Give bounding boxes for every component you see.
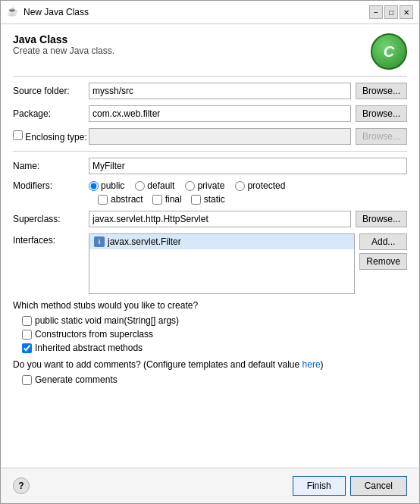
interfaces-list: i javax.servlet.Filter [89,233,355,294]
add-interface-button[interactable]: Add... [359,233,407,250]
radio-public-label: public [101,180,124,191]
source-folder-row: Source folder: Browse... [13,83,407,99]
constructors-checkbox-label[interactable]: Constructors from superclass [22,329,407,340]
superclass-row: Superclass: Browse... [13,211,407,227]
here-link[interactable]: here [302,359,321,370]
dialog-content: Java Class Create a new Java class. C So… [1,24,419,468]
modifier-checks-row: abstract final static [13,194,407,205]
dialog-footer: ? Finish Cancel [1,468,419,503]
comments-question-end: ) [321,359,324,370]
radio-default-label: default [147,180,174,191]
abstract-label: abstract [111,194,143,205]
enclosing-type-row: Enclosing type: Browse... [13,128,407,145]
radio-public-input[interactable] [89,181,99,191]
radio-default-input[interactable] [135,181,145,191]
help-button[interactable]: ? [13,477,30,494]
footer-right: Finish Cancel [293,476,407,496]
modifiers-radio-group: public default private protected [89,180,285,191]
inherited-label: Inherited abstract methods [35,343,143,353]
main-method-checkbox-label[interactable]: public static void main(String[] args) [22,315,407,326]
generate-comments-label: Generate comments [35,374,118,385]
interface-item[interactable]: i javax.servlet.Filter [89,234,354,249]
stubs-section: Which method stubs would you like to cre… [13,300,407,353]
radio-protected-label: protected [247,180,285,191]
static-checkbox-label[interactable]: static [191,194,225,205]
final-label: final [165,194,182,205]
enclosing-type-checkbox[interactable] [13,130,23,140]
inherited-checkbox[interactable] [22,343,32,353]
final-checkbox[interactable] [152,195,162,205]
enclosing-type-browse-button[interactable]: Browse... [356,128,407,145]
section-divider [13,151,407,152]
superclass-browse-button[interactable]: Browse... [356,211,407,227]
title-bar-left: ☕ New Java Class [7,6,89,18]
source-folder-label: Source folder: [13,86,89,96]
generate-comments-checkbox-label[interactable]: Generate comments [22,374,407,385]
generate-comments-checkbox[interactable] [22,375,32,385]
name-label: Name: [13,161,89,171]
package-input[interactable] [89,105,351,122]
comments-question: Do you want to add comments? (Configure … [13,359,407,370]
radio-protected[interactable]: protected [235,180,285,191]
interface-icon: i [94,236,105,247]
inherited-checkbox-label[interactable]: Inherited abstract methods [22,343,407,353]
name-input[interactable] [89,158,407,174]
superclass-input[interactable] [89,211,351,227]
interface-buttons: Add... Remove [359,233,407,270]
comments-section: Do you want to add comments? (Configure … [13,359,407,385]
java-icon: ☕ [7,6,19,18]
name-row: Name: [13,158,407,174]
superclass-label: Superclass: [13,214,89,224]
interface-item-name: javax.servlet.Filter [108,236,181,247]
static-label: static [204,194,225,205]
section-title: Java Class [13,33,114,45]
static-checkbox[interactable] [191,195,201,205]
package-row: Package: Browse... [13,105,407,122]
main-method-checkbox[interactable] [22,316,32,326]
radio-private[interactable]: private [185,180,224,191]
package-browse-button[interactable]: Browse... [356,105,407,122]
close-button[interactable]: ✕ [400,5,413,19]
source-folder-input[interactable] [89,83,351,99]
stubs-list: public static void main(String[] args) C… [13,315,407,353]
remove-interface-button[interactable]: Remove [359,253,407,270]
enclosing-type-label: Enclosing type: [13,130,89,142]
comments-list: Generate comments [13,374,407,385]
header-divider [13,76,407,77]
source-folder-browse-button[interactable]: Browse... [356,83,407,99]
interfaces-row: Interfaces: i javax.servlet.Filter Add..… [13,233,407,294]
finish-button[interactable]: Finish [293,476,346,496]
interfaces-label: Interfaces: [13,233,89,246]
radio-default[interactable]: default [135,180,174,191]
radio-protected-input[interactable] [235,181,245,191]
cancel-button[interactable]: Cancel [350,476,407,496]
package-label: Package: [13,108,89,119]
footer-left: ? [13,477,30,494]
comments-question-text: Do you want to add comments? (Configure … [13,359,302,370]
enclosing-type-input[interactable] [89,128,351,145]
abstract-checkbox-label[interactable]: abstract [98,194,143,205]
modifiers-row: Modifiers: public default private protec… [13,180,407,191]
constructors-label: Constructors from superclass [35,329,153,340]
title-bar: ☕ New Java Class − □ ✕ [1,1,419,24]
radio-private-label: private [197,180,224,191]
radio-public[interactable]: public [89,180,124,191]
final-checkbox-label[interactable]: final [152,194,182,205]
header-section: Java Class Create a new Java class. C [13,33,407,70]
abstract-checkbox[interactable] [98,195,108,205]
radio-private-input[interactable] [185,181,195,191]
maximize-button[interactable]: □ [384,5,398,19]
constructors-checkbox[interactable] [22,330,32,340]
dialog-window: ☕ New Java Class − □ ✕ Java Class Create… [0,0,420,504]
section-subtitle: Create a new Java class. [13,45,114,56]
eclipse-logo: C [371,33,407,70]
title-controls: − □ ✕ [369,5,413,19]
stubs-question: Which method stubs would you like to cre… [13,300,407,311]
modifiers-label: Modifiers: [13,180,89,191]
main-method-label: public static void main(String[] args) [35,315,179,326]
minimize-button[interactable]: − [369,5,383,19]
dialog-title: New Java Class [24,7,89,17]
